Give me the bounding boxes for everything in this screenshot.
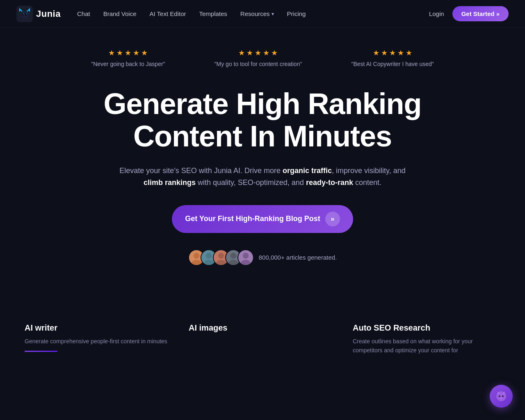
svg-point-19 [243,253,249,258]
svg-point-4 [23,14,24,14]
logo-text: Junia [36,9,61,19]
feature-auto-seo-title: Auto SEO Research [353,323,500,333]
hero-section: ★ ★ ★ ★ ★ "Never going back to Jasper" ★… [0,28,525,290]
nav-resources[interactable]: Resources ▾ [240,10,274,17]
avatars-stack [188,249,254,266]
feature-ai-images: AI images [189,323,336,355]
svg-point-7 [194,253,199,258]
reviews-row: ★ ★ ★ ★ ★ "Never going back to Jasper" ★… [16,48,509,67]
svg-point-21 [496,391,506,401]
review-text-2: "My go to tool for content creation" [215,61,302,67]
login-button[interactable]: Login [429,10,444,17]
avatar-5 [237,249,254,266]
feature-auto-seo-desc: Create outlines based on what working fo… [353,337,500,355]
svg-point-2 [22,13,24,16]
nav-links: Chat Brand Voice AI Text Editor Template… [77,10,429,17]
feature-underline [25,351,57,352]
svg-point-3 [25,13,27,16]
svg-point-23 [502,395,504,397]
get-started-button[interactable]: Get Started » [452,6,509,21]
nav-actions: Login Get Started » [429,6,509,21]
subheadline: Elevate your site's SEO with Junia AI. D… [119,165,406,189]
chevron-down-icon: ▾ [272,11,274,17]
chatbot-bubble[interactable] [490,385,513,408]
features-section: AI writer Generate comprehensive people-… [0,307,525,372]
stars-1: ★ ★ ★ ★ ★ [108,48,148,57]
review-text-1: "Never going back to Jasper" [91,61,165,67]
nav-templates[interactable]: Templates [199,10,227,17]
nav-chat[interactable]: Chat [77,10,90,17]
feature-ai-writer: AI writer Generate comprehensive people-… [25,323,172,355]
chatbot-icon [495,390,507,402]
feature-ai-writer-desc: Generate comprehensive people-first cont… [25,337,172,346]
svg-point-16 [231,253,236,258]
cta-arrow-icon: » [325,212,340,226]
nav-pricing[interactable]: Pricing [287,10,306,17]
svg-point-10 [206,253,212,258]
svg-point-25 [503,396,503,396]
review-text-3: "Best AI Copywriter I have used" [351,61,434,67]
feature-auto-seo: Auto SEO Research Create outlines based … [353,323,500,355]
svg-point-13 [218,253,224,258]
svg-point-5 [26,14,27,14]
logo-link[interactable]: Junia [16,6,61,22]
avatars-row: 800,000+ articles generated. [188,249,337,266]
cta-button[interactable]: Get Your First High-Ranking Blog Post » [172,205,353,233]
stars-2: ★ ★ ★ ★ ★ [238,48,278,57]
navbar: Junia Chat Brand Voice AI Text Editor Te… [0,0,525,28]
nav-brand-voice[interactable]: Brand Voice [103,10,137,17]
feature-ai-images-title: AI images [189,323,336,333]
review-3: ★ ★ ★ ★ ★ "Best AI Copywriter I have use… [351,48,434,67]
review-1: ★ ★ ★ ★ ★ "Never going back to Jasper" [91,48,165,67]
feature-ai-writer-title: AI writer [25,323,172,333]
review-2: ★ ★ ★ ★ ★ "My go to tool for content cre… [215,48,302,67]
headline: Generate High Ranking Content In Minutes [68,88,457,153]
nav-ai-text-editor[interactable]: AI Text Editor [150,10,186,17]
stars-3: ★ ★ ★ ★ ★ [373,48,412,57]
logo-icon [16,6,33,22]
articles-count: 800,000+ articles generated. [259,254,337,261]
svg-point-22 [499,395,500,397]
svg-point-24 [500,396,500,396]
